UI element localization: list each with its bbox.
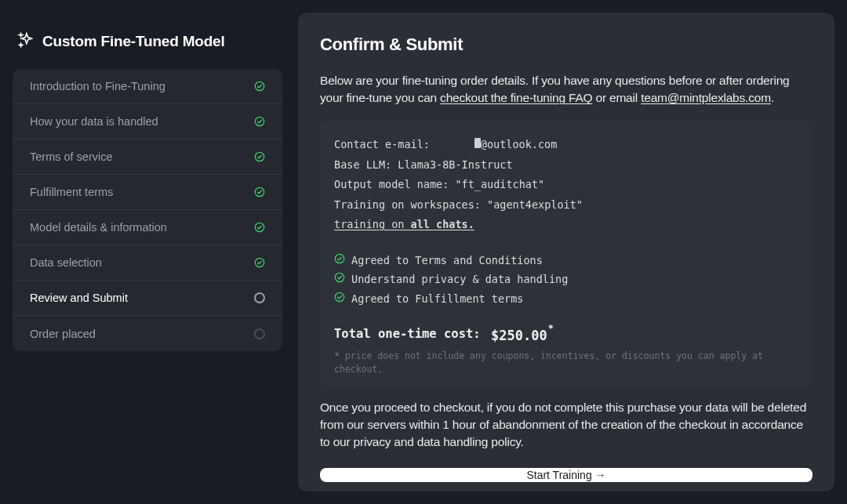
check-icon bbox=[334, 253, 345, 269]
step-label: Fulfillment terms bbox=[30, 186, 113, 198]
support-email-link[interactable]: team@mintplexlabs.com bbox=[641, 91, 771, 104]
check-icon bbox=[254, 187, 265, 198]
sparkle-icon bbox=[17, 31, 35, 52]
step-label: Data selection bbox=[30, 256, 102, 269]
step-label: Model details & information bbox=[30, 221, 167, 234]
check-icon bbox=[334, 292, 345, 307]
check-icon bbox=[254, 116, 265, 127]
step-review[interactable]: Review and Submit bbox=[13, 281, 282, 316]
start-training-button[interactable]: Start Training → bbox=[320, 468, 812, 482]
step-order-placed[interactable]: Order placed bbox=[13, 316, 282, 351]
ring-icon bbox=[254, 292, 265, 303]
step-label: Review and Submit bbox=[30, 292, 128, 304]
check-icon bbox=[334, 272, 345, 288]
order-summary: Contact e-mail: @outlook.com Base LLM: L… bbox=[320, 121, 812, 386]
agreement-row: Agreed to Terms and Conditions bbox=[334, 253, 798, 269]
redacted-block bbox=[474, 138, 481, 148]
agreement-row: Understand privacy & data handling bbox=[334, 272, 798, 288]
sidebar: Custom Fine-Tuned Model Introduction to … bbox=[13, 13, 282, 491]
sidebar-header: Custom Fine-Tuned Model bbox=[13, 13, 282, 69]
price-footnote: * price does not include any coupons, in… bbox=[334, 350, 798, 375]
step-model-details[interactable]: Model details & information bbox=[13, 210, 282, 245]
step-data-selection[interactable]: Data selection bbox=[13, 245, 282, 281]
step-intro[interactable]: Introduction to Fine-Tuning bbox=[13, 69, 282, 104]
step-label: Terms of service bbox=[30, 150, 113, 163]
main-panel: Confirm & Submit Below are your fine-tun… bbox=[298, 13, 834, 491]
page-title: Confirm & Submit bbox=[320, 34, 812, 55]
sidebar-title: Custom Fine-Tuned Model bbox=[42, 33, 225, 50]
check-icon bbox=[254, 81, 265, 92]
step-fulfillment[interactable]: Fulfillment terms bbox=[13, 175, 282, 210]
agreement-row: Agreed to Fulfillment terms bbox=[334, 292, 798, 307]
ring-icon bbox=[254, 328, 265, 339]
faq-link[interactable]: checkout the fine-tuning FAQ bbox=[440, 91, 592, 104]
intro-text: Below are your fine-tuning order details… bbox=[320, 72, 812, 107]
output-name-line: Output model name: "ft_auditchat" bbox=[334, 177, 798, 193]
step-label: How your data is handled bbox=[30, 115, 158, 128]
workspaces-line: Training on workspaces: "agent4exploit" bbox=[334, 198, 798, 213]
checkout-notice: Once you proceed to checkout, if you do … bbox=[320, 399, 812, 451]
check-icon bbox=[254, 222, 265, 233]
check-icon bbox=[254, 151, 265, 162]
training-on-line: training on all chats. bbox=[334, 217, 798, 233]
base-llm-line: Base LLM: Llama3-8B-Instruct bbox=[334, 158, 798, 173]
step-label: Introduction to Fine-Tuning bbox=[30, 80, 165, 92]
step-data-handling[interactable]: How your data is handled bbox=[13, 104, 282, 140]
step-label: Order placed bbox=[30, 328, 96, 340]
step-tos[interactable]: Terms of service bbox=[13, 140, 282, 175]
steps-list: Introduction to Fine-Tuning How your dat… bbox=[13, 69, 282, 351]
total-cost: Total one-time cost: $250.00* bbox=[334, 325, 798, 345]
check-icon bbox=[254, 257, 265, 268]
contact-line: Contact e-mail: @outlook.com bbox=[334, 137, 798, 153]
